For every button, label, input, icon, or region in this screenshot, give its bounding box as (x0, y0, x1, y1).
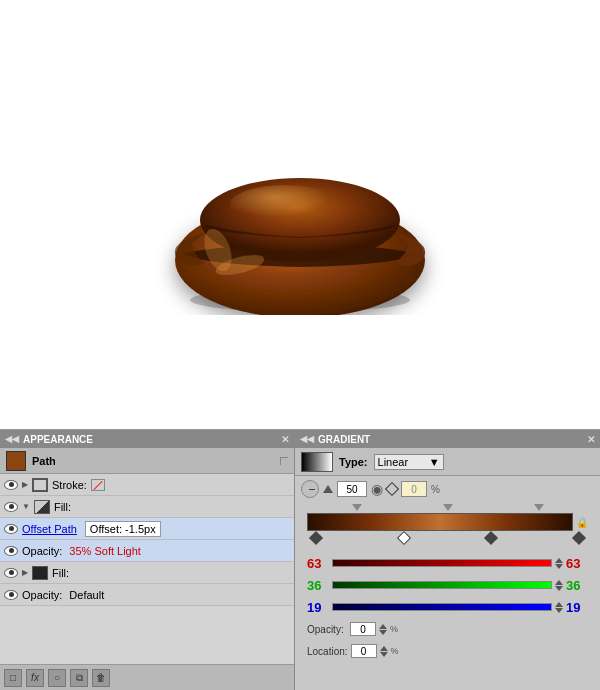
opacity-pct: % (390, 624, 398, 634)
stop-diamond-1[interactable] (309, 531, 323, 545)
expand-icon[interactable]: ▶ (22, 568, 28, 577)
gradient-bar[interactable] (307, 513, 573, 531)
stroke-swatch (32, 478, 48, 492)
offset-path-link[interactable]: Offset Path (22, 523, 77, 535)
opacity-down-icon[interactable] (379, 630, 387, 635)
expand-icon[interactable]: ▶ (22, 480, 28, 489)
expand-icon[interactable]: ▼ (22, 502, 30, 511)
location-down-icon[interactable] (380, 652, 388, 657)
fx-icon[interactable]: fx (26, 669, 44, 687)
close-icon[interactable]: ✕ (281, 434, 289, 445)
lock-icon[interactable]: 🔒 (576, 517, 588, 528)
location-label: Location: (307, 646, 348, 657)
green-up-icon[interactable] (555, 580, 563, 585)
stroke-label: Stroke: (52, 479, 87, 491)
square-icon[interactable]: □ (4, 669, 22, 687)
fill2-swatch (32, 566, 48, 580)
canvas-area (0, 0, 600, 430)
type-select[interactable]: Linear ▼ (374, 454, 444, 470)
gradient-header: Type: Linear ▼ (295, 448, 600, 476)
location-input-value: 0 (361, 646, 367, 657)
opacity1-row: Opacity: 35% Soft Light (0, 540, 294, 562)
gradient-bar-row: 🔒 (307, 513, 588, 531)
gradient-preview-swatch (301, 452, 333, 472)
type-value: Linear (378, 456, 409, 468)
eye-icon[interactable] (4, 480, 18, 490)
stop-top-1[interactable] (352, 504, 362, 511)
angle-input[interactable]: 50 (337, 481, 367, 497)
eye-icon[interactable] (4, 524, 18, 534)
circle-icon[interactable]: ○ (48, 669, 66, 687)
collapse-icon[interactable]: ◀◀ (300, 434, 314, 444)
location-input[interactable]: 0 (351, 644, 377, 658)
opacity-label: Opacity: (307, 624, 347, 635)
green-left: 36 (307, 578, 329, 593)
opacity-input[interactable]: 0 (350, 622, 376, 636)
position-value: 0 (411, 484, 417, 495)
fill2-label: Fill: (52, 567, 69, 579)
red-slider[interactable] (332, 559, 552, 567)
stop-diamond-2[interactable] (397, 531, 411, 545)
opacity1-value: 35% Soft Light (69, 545, 141, 557)
aspect-icon[interactable]: ◉ (371, 481, 383, 497)
fill2-row: ▶ Fill: (0, 562, 294, 584)
blue-arrows (555, 602, 563, 613)
gradient-bar-container: 🔒 (307, 504, 588, 545)
angle-up-icon[interactable] (323, 485, 333, 493)
red-down-icon[interactable] (555, 564, 563, 569)
bean-container (140, 105, 460, 325)
green-down-icon[interactable] (555, 586, 563, 591)
opacity2-row: Opacity: Default (0, 584, 294, 606)
eye-icon[interactable] (4, 502, 18, 512)
bottom-panels: ◀◀ APPEARANCE ✕ Path ▶ Stroke: (0, 430, 600, 690)
scroll-up-icon[interactable] (280, 457, 288, 465)
fill1-row: ▼ Fill: (0, 496, 294, 518)
svg-point-3 (230, 185, 340, 225)
location-arrows (380, 646, 388, 657)
eye-icon[interactable] (4, 590, 18, 600)
stop-top-2[interactable] (443, 504, 453, 511)
opacity-arrows (379, 624, 387, 635)
opacity2-value: Default (69, 589, 104, 601)
green-row: 36 36 (307, 575, 588, 595)
collapse-icon[interactable]: ◀◀ (5, 434, 19, 444)
green-right: 36 (566, 578, 588, 593)
stop-diamond-3[interactable] (484, 531, 498, 545)
opacity-color-row: Opacity: 0 % (307, 619, 588, 639)
rotate-icon[interactable] (301, 480, 319, 498)
type-label: Type: (339, 456, 368, 468)
blue-slider[interactable] (332, 603, 552, 611)
blue-right: 19 (566, 600, 588, 615)
gradient-titlebar: ◀◀ GRADIENT ✕ (295, 430, 600, 448)
green-slider[interactable] (332, 581, 552, 589)
location-row: Location: 0 % (307, 641, 588, 661)
duplicate-icon[interactable]: ⧉ (70, 669, 88, 687)
stop-diamond-4[interactable] (572, 531, 586, 545)
eye-icon[interactable] (4, 568, 18, 578)
eye-icon[interactable] (4, 546, 18, 556)
blue-up-icon[interactable] (555, 602, 563, 607)
blue-row: 19 19 (307, 597, 588, 617)
trash-icon[interactable]: 🗑 (92, 669, 110, 687)
appearance-rows: ▶ Stroke: ▼ Fill: Offset Path Offset: -1… (0, 474, 294, 664)
blue-left: 19 (307, 600, 329, 615)
blue-down-icon[interactable] (555, 608, 563, 613)
percent-label: % (431, 484, 440, 495)
close-icon[interactable]: ✕ (587, 434, 595, 445)
position-input[interactable]: 0 (401, 481, 427, 497)
stop-marker-icon[interactable] (385, 482, 399, 496)
stop-top-3[interactable] (534, 504, 544, 511)
offset-value: Offset: -1.5px (85, 521, 161, 537)
dropdown-arrow-icon[interactable]: ▼ (429, 456, 440, 468)
opacity-up-icon[interactable] (379, 624, 387, 629)
red-left: 63 (307, 556, 329, 571)
gradient-controls: 50 ◉ 0 % (295, 476, 600, 667)
location-pct: % (391, 646, 399, 656)
location-up-icon[interactable] (380, 646, 388, 651)
opacity1-label: Opacity: (22, 545, 62, 557)
red-right: 63 (566, 556, 588, 571)
fill1-label: Fill: (54, 501, 71, 513)
path-label: Path (32, 455, 56, 467)
red-arrows (555, 558, 563, 569)
red-up-icon[interactable] (555, 558, 563, 563)
